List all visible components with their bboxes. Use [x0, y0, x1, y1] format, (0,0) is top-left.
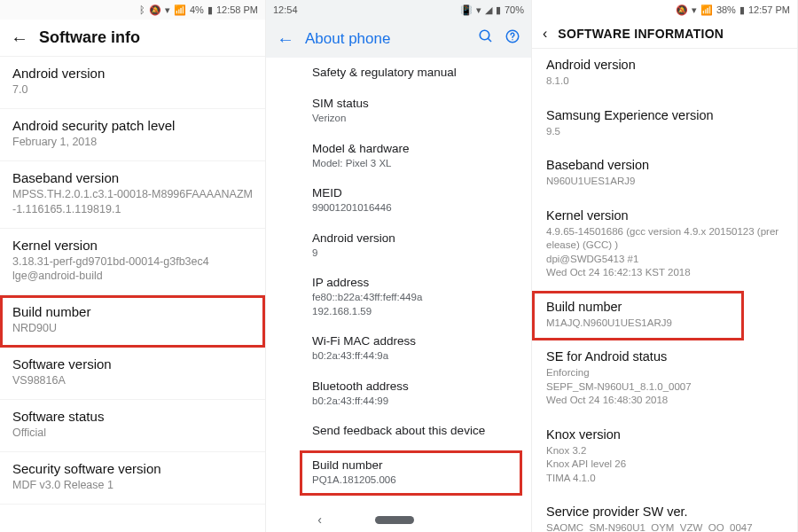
- page-title: SOFTWARE INFORMATION: [558, 27, 724, 41]
- search-icon[interactable]: [478, 28, 494, 49]
- setting-se-android[interactable]: SE for Android status Enforcing SEPF_SM-…: [532, 340, 797, 419]
- setting-sim-status[interactable]: SIM status Verizon: [266, 89, 531, 134]
- setting-android-version[interactable]: Android version 8.1.0: [532, 49, 797, 99]
- back-icon[interactable]: ‹: [543, 27, 547, 41]
- battery-pct: 4%: [190, 5, 204, 15]
- pixel-nav-bar: ‹: [266, 507, 531, 532]
- setting-baseband[interactable]: Baseband version MPSS.TH.2.0.1.c3.1-0001…: [0, 161, 265, 229]
- samsung-status-bar: 🔕 ▾ 📶 38% ▮ 12:57 PM: [532, 0, 797, 20]
- pixel-status-bar: 12:54 📳 ▾ ◢ ▮ 70%: [266, 0, 531, 20]
- status-time: 12:57 PM: [748, 5, 790, 15]
- setting-kernel[interactable]: Kernel version 3.18.31-perf-gd9701bd-000…: [0, 229, 265, 296]
- lg-header: ← Software info: [0, 20, 265, 57]
- setting-android-version[interactable]: Android version 9: [266, 223, 531, 269]
- signal-icon: 📶: [174, 5, 186, 15]
- page-title: Software info: [39, 28, 140, 47]
- samsung-panel: 🔕 ▾ 📶 38% ▮ 12:57 PM ‹ SOFTWARE INFORMAT…: [532, 0, 798, 532]
- bluetooth-icon: ᛒ: [139, 5, 145, 15]
- vibrate-icon: 📳: [460, 5, 473, 15]
- setting-kernel[interactable]: Kernel version 4.9.65-14501686 (gcc vers…: [532, 200, 797, 291]
- samsung-list: Android version 8.1.0 Samsung Experience…: [532, 49, 797, 532]
- lg-status-bar: ᛒ 🔕 ▾ 📶 4% ▮ 12:58 PM: [0, 0, 265, 20]
- setting-send-feedback[interactable]: Send feedback about this device: [266, 416, 531, 447]
- setting-knox[interactable]: Knox version Knox 3.2 Knox API level 26 …: [532, 419, 797, 497]
- battery-icon: ▮: [739, 5, 745, 15]
- battery-icon: ▮: [496, 5, 501, 15]
- setting-security-patch[interactable]: Android security patch level February 1,…: [0, 109, 265, 161]
- setting-sp-sw-ver[interactable]: Service provider SW ver. SAOMC_SM-N960U1…: [532, 496, 797, 532]
- status-time: 12:58 PM: [216, 5, 258, 15]
- battery-pct: 70%: [505, 5, 524, 15]
- setting-samsung-experience[interactable]: Samsung Experience version 9.5: [532, 99, 797, 150]
- svg-line-1: [488, 38, 491, 42]
- battery-icon: ▮: [207, 5, 213, 15]
- nav-home-pill[interactable]: [375, 516, 414, 524]
- setting-bt-address[interactable]: Bluetooth address b0:2a:43:ff:44:99: [266, 372, 531, 417]
- back-icon[interactable]: ←: [277, 30, 294, 48]
- setting-meid[interactable]: MEID 99001201016446: [266, 178, 531, 223]
- wifi-icon: ▾: [165, 5, 170, 15]
- wifi-icon: ▾: [692, 5, 697, 15]
- setting-model-hardware[interactable]: Model & hardware Model: Pixel 3 XL: [266, 134, 531, 179]
- setting-android-version[interactable]: Android version 7.0: [0, 57, 265, 109]
- setting-ip-address[interactable]: IP address fe80::b22a:43ff:feff:449a 192…: [266, 268, 531, 326]
- nav-back-icon[interactable]: ‹: [317, 512, 322, 527]
- svg-point-3: [512, 39, 512, 40]
- signal-icon: ◢: [485, 5, 492, 15]
- setting-safety-manual[interactable]: Safety & regulatory manual: [266, 58, 531, 89]
- setting-security-software-version[interactable]: Security software version MDF v3.0 Relea…: [0, 452, 265, 505]
- setting-software-version[interactable]: Software version VS98816A: [0, 348, 265, 400]
- signal-icon: 📶: [700, 5, 713, 15]
- setting-baseband[interactable]: Baseband version N960U1UES1ARJ9: [532, 149, 797, 200]
- wifi-icon: ▾: [476, 5, 481, 15]
- battery-pct: 38%: [716, 5, 736, 15]
- pixel-panel: 12:54 📳 ▾ ◢ ▮ 70% ← About phone Safety &…: [266, 0, 532, 532]
- back-icon[interactable]: ←: [11, 29, 28, 47]
- setting-wifi-mac[interactable]: Wi-Fi MAC address b0:2a:43:ff:44:9a: [266, 326, 531, 372]
- mute-icon: 🔕: [149, 5, 161, 15]
- setting-software-status[interactable]: Software status Official: [0, 400, 265, 452]
- setting-build-number[interactable]: Build number NRD90U: [0, 295, 265, 348]
- pixel-header: ← About phone: [266, 20, 531, 58]
- setting-build-number[interactable]: Build number PQ1A.181205.006: [300, 450, 522, 496]
- help-icon[interactable]: [505, 28, 520, 49]
- page-title: About phone: [305, 30, 467, 48]
- lg-panel: ᛒ 🔕 ▾ 📶 4% ▮ 12:58 PM ← Software info An…: [0, 0, 266, 532]
- lg-list: Android version 7.0 Android security pat…: [0, 57, 265, 532]
- samsung-header: ‹ SOFTWARE INFORMATION: [532, 20, 797, 49]
- mute-icon: 🔕: [676, 5, 688, 15]
- status-time: 12:54: [273, 5, 298, 15]
- svg-point-0: [480, 30, 489, 40]
- setting-build-number[interactable]: Build number M1AJQ.N960U1UES1ARJ9: [532, 291, 744, 341]
- pixel-list: Safety & regulatory manual SIM status Ve…: [266, 58, 531, 507]
